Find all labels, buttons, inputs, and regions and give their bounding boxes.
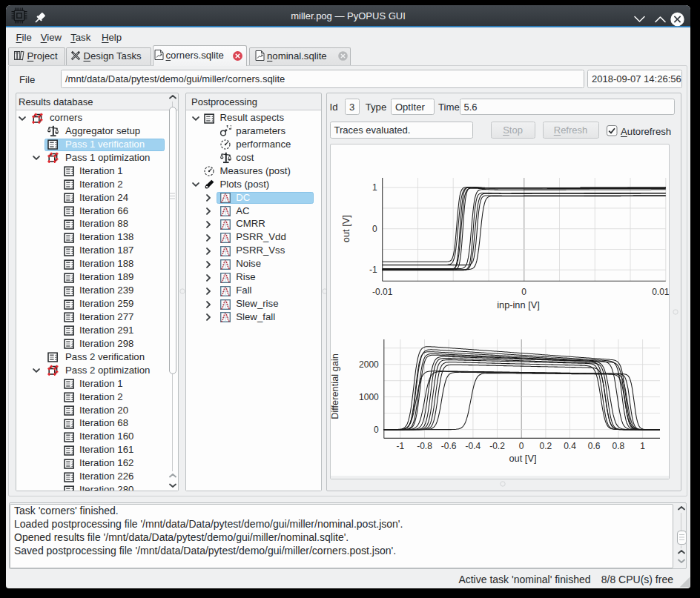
svg-text:1: 1 bbox=[372, 182, 377, 193]
svg-text:-0.01: -0.01 bbox=[372, 287, 393, 297]
svg-text:0.6: 0.6 bbox=[588, 441, 601, 451]
svg-text:0.2: 0.2 bbox=[540, 441, 552, 451]
svg-text:-1: -1 bbox=[397, 441, 405, 451]
svg-text:0: 0 bbox=[374, 425, 379, 435]
svg-text:0: 0 bbox=[519, 441, 524, 451]
svg-text:0.4: 0.4 bbox=[564, 441, 576, 451]
svg-text:0.01: 0.01 bbox=[652, 287, 670, 297]
svg-text:-0.2: -0.2 bbox=[489, 441, 505, 451]
svg-text:-0.4: -0.4 bbox=[466, 441, 481, 451]
svg-text:inp-inn [V]: inp-inn [V] bbox=[497, 299, 540, 310]
svg-text:2000: 2000 bbox=[359, 359, 379, 370]
svg-text:1: 1 bbox=[640, 441, 645, 451]
svg-text:Differential gain: Differential gain bbox=[331, 353, 340, 419]
svg-text:-0.6: -0.6 bbox=[441, 441, 457, 451]
svg-text:out [V]: out [V] bbox=[509, 453, 537, 464]
svg-text:0: 0 bbox=[372, 224, 377, 234]
svg-text:-1: -1 bbox=[369, 265, 377, 275]
svg-text:1000: 1000 bbox=[359, 392, 379, 402]
svg-text:0.8: 0.8 bbox=[612, 441, 625, 451]
svg-text:-0.8: -0.8 bbox=[417, 441, 432, 451]
svg-text:0: 0 bbox=[521, 287, 526, 297]
svg-text:out [V]: out [V] bbox=[340, 215, 351, 242]
